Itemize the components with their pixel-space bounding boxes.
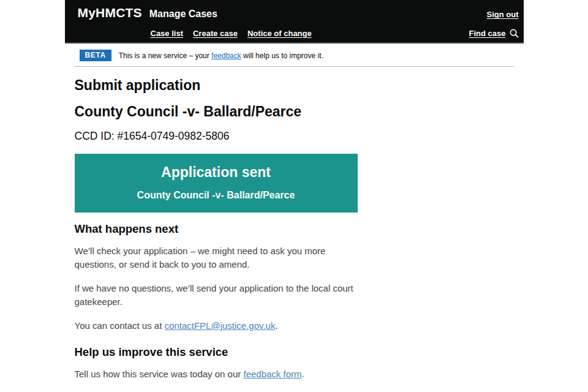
what-happens-next-heading: What happens next [75, 222, 514, 236]
ccd-id: CCD ID: #1654-0749-0982-5806 [75, 130, 514, 143]
nav-case-list[interactable]: Case list [151, 29, 183, 38]
find-case-link[interactable]: Find case [469, 29, 506, 38]
main-content: Submit application County Council -v- Ba… [65, 78, 524, 392]
brand-area: MyHMCTS Manage Cases [78, 6, 217, 20]
brand-logo[interactable]: MyHMCTS [78, 6, 142, 20]
page-title: Submit application [75, 78, 514, 92]
sign-out-link[interactable]: Sign out [487, 10, 519, 19]
beta-feedback-link[interactable]: feedback [211, 51, 241, 60]
no-questions-paragraph: If we have no questions, we’ll send your… [75, 282, 364, 309]
header-nav-row: Case list Create case Notice of change F… [78, 29, 519, 38]
check-application-paragraph: We’ll check your application – we might … [75, 244, 364, 272]
service-header: MyHMCTS Manage Cases Sign out Case list … [65, 0, 524, 43]
nav-notice-of-change[interactable]: Notice of change [247, 29, 312, 38]
header-top-row: MyHMCTS Manage Cases Sign out [78, 6, 519, 20]
beta-tag: BETA [80, 50, 111, 61]
feedback-text-after: . [302, 369, 304, 379]
case-name-heading: County Council -v- Ballard/Pearce [75, 104, 514, 119]
contact-text-before: You can contact us at [75, 320, 165, 331]
beta-text: This is a new service – your feedback wi… [119, 51, 323, 60]
confirmation-panel-title: Application sent [84, 164, 349, 180]
beta-banner: BETA This is a new service – your feedba… [65, 43, 524, 61]
beta-text-before: This is a new service – your [119, 51, 211, 60]
app-container: MyHMCTS Manage Cases Sign out Case list … [65, 0, 524, 392]
beta-text-after: will help us to improve it. [241, 51, 323, 60]
contact-paragraph: You can contact us at contactFPL@justice… [75, 319, 364, 333]
contact-text-after: . [275, 320, 277, 331]
feedback-form-link[interactable]: feedback form [243, 369, 301, 379]
improve-service-heading: Help us improve this service [75, 345, 514, 359]
feedback-paragraph: Tell us how this service was today on ou… [75, 368, 364, 382]
search-icon[interactable] [510, 29, 519, 38]
confirmation-panel: Application sent County Council -v- Ball… [75, 154, 358, 212]
nav-create-case[interactable]: Create case [193, 29, 238, 38]
beta-divider [75, 66, 514, 67]
primary-nav: Case list Create case Notice of change [151, 29, 312, 38]
contact-email-link[interactable]: contactFPL@justice.gov.uk [165, 320, 276, 331]
feedback-text-before: Tell us how this service was today on ou… [75, 369, 244, 379]
service-name: Manage Cases [149, 9, 217, 20]
confirmation-panel-subtitle: County Council -v- Ballard/Pearce [84, 190, 349, 201]
find-case-area: Find case [469, 29, 519, 38]
